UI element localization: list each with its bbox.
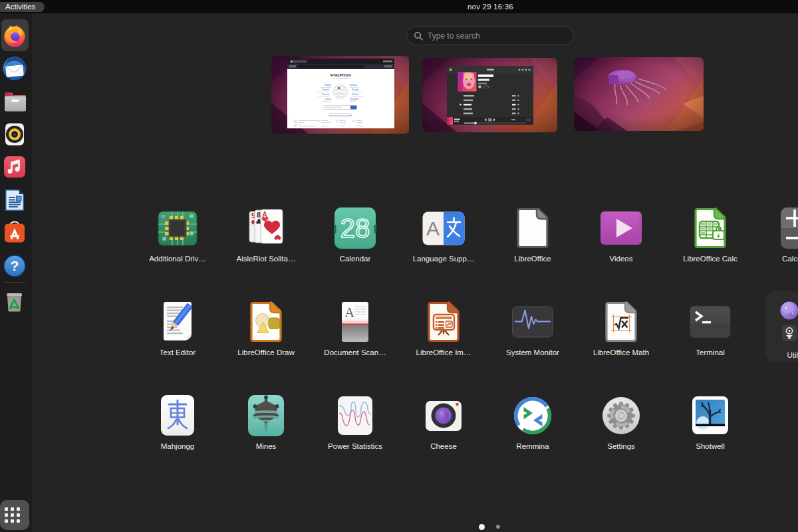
svg-text:and more: and more — [299, 122, 305, 123]
svg-text:Wiktionary: Wiktionary — [322, 120, 329, 121]
svg-text:Wikiquote: Wikiquote — [356, 120, 363, 121]
svg-text:Free news: Free news — [340, 122, 346, 123]
svg-text:MediaWiki: MediaWiki — [356, 125, 363, 126]
svg-text:1 755 000+ articulos: 1 755 000+ articulos — [317, 91, 329, 92]
svg-text:Free dictionary: Free dictionary — [322, 122, 332, 123]
svg-text:1 256 000+: 1 256 000+ — [350, 100, 357, 102]
svg-text:Wikivoyage Free travel guide: Wikivoyage Free travel guide — [299, 125, 317, 126]
svg-text:1 314 000+ kiji: 1 314 000+ kiji — [350, 86, 359, 88]
svg-text:The Free Encyclopedia: The Free Encyclopedia — [332, 78, 348, 79]
svg-text:Wikidata: Wikidata — [340, 125, 346, 126]
svg-text:8: 8 — [257, 211, 261, 219]
svg-text:Commons Freely usable photos: Commons Freely usable photos — [299, 120, 318, 121]
svg-text:Wikinews: Wikinews — [340, 120, 346, 121]
svg-text:Read Wikipedia in your languag: Read Wikipedia in your language — [329, 114, 352, 116]
svg-text:1 798 000+ statey: 1 798 000+ statey — [352, 91, 362, 92]
svg-text:Wikibooks: Wikibooks — [322, 125, 328, 126]
svg-text:WIKIPEDIA: WIKIPEDIA — [330, 73, 351, 77]
svg-text:1 742 000+ voci: 1 742 000+ voci — [322, 100, 332, 102]
svg-text:2 400 000+ articles: 2 400 000+ articles — [318, 96, 329, 97]
svg-text:A: A — [344, 305, 355, 321]
svg-text:A: A — [263, 211, 267, 218]
svg-text:28: 28 — [340, 213, 370, 243]
svg-text:6 458 000+ articles: 6 458 000+ articles — [320, 86, 331, 88]
svg-text:2 650 000+ Artikel: 2 650 000+ Artikel — [352, 96, 363, 97]
svg-text:A: A — [426, 217, 440, 239]
svg-text:?: ? — [11, 258, 19, 273]
svg-text:Quotations: Quotations — [356, 122, 363, 123]
